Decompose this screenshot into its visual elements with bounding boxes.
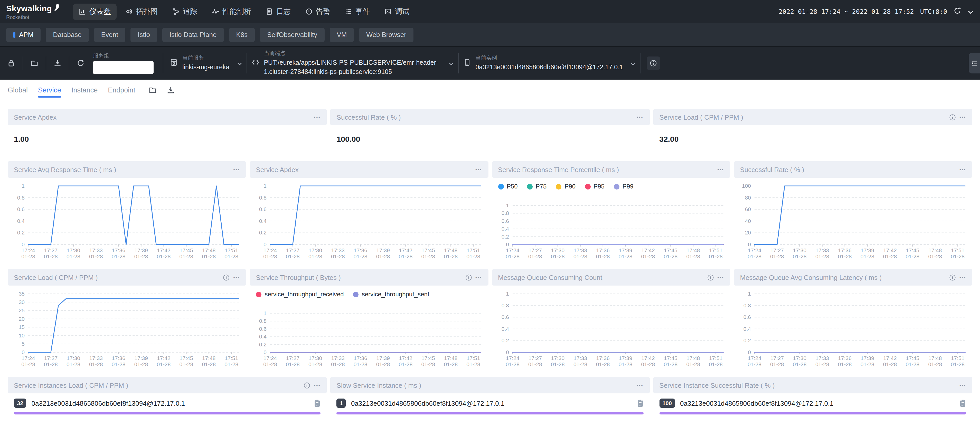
tab-web-browser[interactable]: Web Browser [359, 27, 414, 42]
more-icon[interactable]: ••• [234, 275, 240, 279]
more-icon[interactable]: ••• [314, 115, 321, 119]
more-icon[interactable]: ••• [959, 167, 966, 172]
time-range[interactable]: 2022-01-28 17:24 ~ 2022-01-28 17:52 [779, 8, 914, 16]
info-icon[interactable] [949, 114, 956, 121]
endpoint-icon [251, 58, 259, 68]
nav-item-alarm[interactable]: 告警 [299, 3, 336, 20]
svg-text:0.6: 0.6 [501, 218, 509, 224]
legend-label: service_throughput_sent [362, 291, 430, 298]
nav-item-debug[interactable]: 调试 [379, 3, 415, 20]
refresh-icon[interactable] [953, 6, 961, 17]
service-label: 当前服务 [182, 54, 229, 62]
tab-vm[interactable]: VM [329, 27, 354, 42]
instance-cards-row: Service Instances Load ( CPM / PPM )•••3… [8, 377, 972, 417]
legend-item[interactable]: P90 [556, 183, 576, 190]
tab-database[interactable]: Database [46, 27, 89, 42]
instance-row[interactable]: 1000a3213e0031d4865806db60ef8f13094@172.… [653, 394, 972, 408]
more-icon[interactable]: ••• [476, 275, 482, 279]
nav-item-topology[interactable]: 拓扑图 [120, 3, 163, 20]
logo[interactable]: Skywalking Rocketbot [6, 3, 64, 20]
download-icon[interactable] [50, 57, 65, 69]
info-icon[interactable] [707, 274, 714, 281]
tab-apm[interactable]: APM [6, 27, 41, 42]
svg-text:17:27: 17:27 [528, 247, 542, 253]
more-icon[interactable]: ••• [959, 115, 966, 119]
svg-text:17:33: 17:33 [573, 247, 587, 253]
svg-text:01-28: 01-28 [748, 361, 762, 367]
svg-text:0.4: 0.4 [743, 326, 751, 332]
collapse-menu-icon[interactable] [969, 53, 980, 73]
more-icon[interactable]: ••• [476, 167, 482, 172]
folder-icon[interactable] [27, 57, 41, 69]
folder-icon[interactable] [148, 84, 159, 95]
view-tab-instance[interactable]: Instance [72, 79, 98, 100]
tab-event[interactable]: Event [94, 27, 126, 42]
copy-icon[interactable] [636, 399, 643, 407]
nav-item-trace[interactable]: 追踪 [166, 3, 203, 20]
svg-text:01-28: 01-28 [663, 361, 678, 367]
debug-icon [384, 8, 392, 16]
svg-text:17:39: 17:39 [619, 247, 632, 253]
endpoint-select[interactable]: 当前端点 PUT:/eureka/apps/LINKIS-PS-PUBLICSE… [251, 50, 454, 77]
legend-dot [527, 184, 533, 189]
more-icon[interactable]: ••• [234, 167, 240, 172]
svg-text:17:33: 17:33 [331, 355, 345, 361]
tab-istio-data-plane[interactable]: Istio Data Plane [162, 27, 224, 42]
card-header: Successful Rate ( % )••• [734, 161, 972, 178]
tab-k8s[interactable]: K8s [229, 27, 255, 42]
svg-text:0.6: 0.6 [501, 314, 509, 320]
svg-text:01-28: 01-28 [686, 361, 700, 367]
svg-text:17:51: 17:51 [467, 247, 480, 253]
service-group-input[interactable] [93, 61, 154, 74]
legend-item[interactable]: P95 [585, 183, 605, 190]
info-icon[interactable] [304, 382, 310, 389]
view-tab-endpoint[interactable]: Endpoint [108, 79, 135, 100]
info-icon[interactable] [647, 57, 660, 70]
more-icon[interactable]: ••• [718, 167, 724, 172]
copy-icon[interactable] [959, 399, 966, 407]
chevron-down-icon[interactable] [968, 7, 974, 16]
card-header: Service Load ( CPM / PPM )••• [653, 109, 972, 125]
refresh-icon[interactable] [73, 57, 88, 69]
nav-item-event[interactable]: 事件 [339, 3, 375, 20]
more-icon[interactable]: ••• [959, 383, 966, 387]
service-select[interactable]: 当前服务 linkis-mg-eureka [170, 54, 242, 72]
lock-icon[interactable] [4, 57, 19, 69]
svg-text:1: 1 [506, 291, 509, 297]
nav-item-dashboard[interactable]: 仪表盘 [73, 3, 116, 20]
download-icon[interactable] [165, 84, 177, 95]
more-icon[interactable]: ••• [314, 383, 321, 387]
instance-row[interactable]: 320a3213e0031d4865806db60ef8f13094@172.1… [8, 394, 327, 408]
legend-item[interactable]: service_throughput_sent [353, 291, 430, 298]
nav-item-profile[interactable]: 性能剖析 [206, 3, 257, 20]
more-icon[interactable]: ••• [959, 275, 966, 279]
legend-item[interactable]: service_throughput_received [256, 291, 344, 298]
more-icon[interactable]: ••• [718, 275, 724, 279]
card-title: Message Queue Consuming Count [498, 273, 707, 281]
svg-text:01-28: 01-28 [354, 254, 368, 259]
instance-row[interactable]: 10a3213e0031d4865806db60ef8f13094@172.17… [331, 394, 650, 408]
more-icon[interactable]: ••• [637, 115, 644, 119]
copy-icon[interactable] [314, 399, 321, 407]
info-icon[interactable] [465, 274, 472, 281]
tab-selfobservability[interactable]: SelfObservability [260, 27, 325, 42]
svg-text:17:24: 17:24 [506, 247, 519, 253]
legend-item[interactable]: P99 [614, 183, 633, 190]
legend-item[interactable]: P75 [527, 183, 547, 190]
more-icon[interactable]: ••• [637, 383, 644, 387]
service-value: linkis-mg-eureka [182, 63, 229, 72]
timezone[interactable]: UTC+8:0 [920, 8, 947, 16]
view-tab-service[interactable]: Service [38, 79, 61, 100]
line-chart: 00.20.40.60.8117:2401-2817:2701-2817:300… [734, 286, 972, 370]
svg-text:17:48: 17:48 [444, 247, 458, 253]
instance-select[interactable]: 当前实例 0a3213e0031d4865806db60ef8f13094@17… [463, 54, 636, 72]
legend-item[interactable]: P50 [498, 183, 518, 190]
info-icon[interactable] [223, 274, 230, 281]
card-header: Service Instances Load ( CPM / PPM )••• [8, 377, 327, 394]
info-icon[interactable] [949, 274, 956, 281]
nav-item-log[interactable]: 日志 [260, 3, 296, 20]
view-tab-global[interactable]: Global [8, 79, 28, 100]
tab-istio[interactable]: Istio [130, 27, 157, 42]
svg-text:17:27: 17:27 [528, 355, 542, 361]
svg-text:01-28: 01-28 [21, 361, 35, 367]
